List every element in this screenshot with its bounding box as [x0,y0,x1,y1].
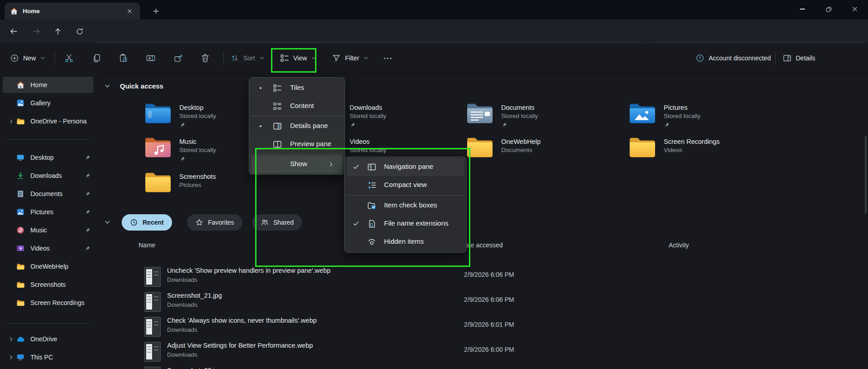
documents-icon [16,190,25,198]
arrow-up-icon [54,27,62,36]
tile-screen-recordings[interactable]: Screen Recordings Videos [629,136,779,159]
sidebar-item-documents[interactable]: Documents [3,186,94,202]
submenu-item-hidden-items[interactable]: Hidden items [347,233,464,251]
recent-section-header[interactable] [104,219,111,226]
up-button[interactable] [50,24,65,39]
refresh-button[interactable] [72,24,87,39]
file-row[interactable]: Screenshot_21.jpg Downloads 2/9/2026 6:0… [138,291,856,315]
submenu-item-item-check-boxes[interactable]: Item check boxes [347,197,464,215]
sidebar-item-onedrive-personal[interactable]: OneDrive - Persona [3,113,94,129]
view-dropdown-menu: Tiles Content Details pane Preview pane … [249,77,345,175]
menu-item-content[interactable]: Content [252,97,342,115]
sidebar-item-home[interactable]: Home [3,77,94,93]
menu-item-show[interactable]: Show [252,155,342,173]
trash-icon [200,53,210,63]
chevron-down-icon[interactable] [104,83,111,89]
sidebar-item-gallery[interactable]: Gallery [3,95,94,111]
explorer-tab-home[interactable]: Home [5,3,140,20]
yellow-folder-icon [144,171,173,194]
tab-favorites[interactable]: Favorites [187,214,242,231]
quick-access-header[interactable]: Quick access [104,82,163,90]
view-button[interactable]: View [278,43,318,73]
file-row[interactable]: Screenshot_20.jpg Downloads [138,366,856,369]
hidden-items-icon [367,237,376,246]
tile-onewebhelp[interactable]: OneWebHelp Documents [466,136,616,159]
minimize-icon [800,9,805,9]
chevron-down-icon [363,55,369,61]
preview-pane-icon [273,140,282,149]
new-button[interactable]: New [8,43,47,73]
chevron-down-icon [40,55,45,61]
tile-documents[interactable]: Documents Stored locally [466,102,616,128]
tab-shared[interactable]: Shared [252,214,302,231]
menu-item-tiles[interactable]: Tiles [252,79,342,97]
plus-circle-icon [10,54,19,63]
close-button[interactable] [842,0,868,18]
sidebar-item-desktop[interactable]: Desktop [3,149,94,166]
details-button[interactable]: Details [781,43,817,73]
chevron-right-icon[interactable] [5,354,16,360]
show-submenu: Navigation pane Compact view Item check … [344,157,467,253]
see-more-button[interactable]: ⋯ [381,43,395,73]
new-tab-button[interactable] [150,5,162,17]
file-row[interactable]: Uncheck 'Show preview handlers in previe… [138,266,856,290]
details-label: Details [796,54,815,62]
cut-button[interactable] [64,43,74,73]
chevron-down-icon[interactable] [104,219,111,226]
pin-icon [84,172,93,179]
sidebar-item-this-pc[interactable]: This PC [3,349,94,365]
share-icon [173,53,183,63]
chevron-right-icon[interactable] [5,118,16,124]
content-icon [273,102,282,111]
sort-arrows-icon [230,54,239,63]
copy-button[interactable] [92,43,102,73]
column-header-name[interactable]: Name [138,241,155,249]
pictures-folder-icon [629,102,657,125]
tab-close-icon[interactable] [124,6,134,16]
file-row[interactable]: Adjust View Settings for Better Performa… [138,341,856,364]
documents-folder-icon [466,102,494,125]
menu-item-preview-pane[interactable]: Preview pane [252,135,342,153]
restore-button[interactable] [815,0,842,18]
submenu-item-file-name-extensions[interactable]: File name extensions [347,215,464,233]
refresh-icon [75,27,84,36]
minimize-button[interactable] [789,0,815,18]
videos-icon [16,244,25,252]
sidebar-item-onewebhelp[interactable]: OneWebHelp [3,258,94,275]
tab-recent[interactable]: Recent [122,214,172,231]
sort-button[interactable]: Sort [228,43,266,73]
people-icon [261,218,269,226]
submenu-item-navigation-pane[interactable]: Navigation pane [347,158,464,176]
file-row[interactable]: Check 'Always show icons, never thumbnai… [138,316,856,339]
pin-icon [84,154,93,161]
column-header-date-accessed[interactable]: Date accessed [461,241,503,249]
sidebar-item-pictures[interactable]: Pictures [3,204,94,220]
paste-button[interactable] [118,43,128,73]
delete-button[interactable] [200,43,210,73]
sidebar-item-music[interactable]: Music [3,222,94,238]
scrollbar[interactable] [865,136,867,213]
pin-icon [84,191,93,197]
file-thumbnail [144,292,161,312]
scissors-icon [64,53,74,63]
close-icon [852,6,858,12]
sidebar-item-screen-recordings[interactable]: Screen Recordings [3,295,94,311]
details-pane-icon [273,122,282,131]
rename-button[interactable] [146,43,156,73]
sidebar-item-videos[interactable]: Videos [3,240,94,256]
back-button[interactable] [6,24,21,39]
menu-item-details-pane[interactable]: Details pane [252,117,342,135]
sidebar-item-onedrive[interactable]: OneDrive [3,331,94,347]
account-status[interactable]: Account disconnected [694,43,773,73]
tile-pictures[interactable]: Pictures Stored locally [629,102,779,128]
navigation-pane-icon [367,162,376,172]
chevron-right-icon[interactable] [5,336,16,342]
folder-icon [16,117,25,126]
filter-button[interactable]: Filter [330,43,370,73]
sidebar-item-downloads[interactable]: Downloads [3,167,94,184]
sidebar-item-screenshots[interactable]: Screenshots [3,276,94,293]
submenu-item-compact-view[interactable]: Compact view [347,176,464,194]
column-header-activity[interactable]: Activity [669,241,689,249]
share-button[interactable] [173,43,183,73]
forward-button[interactable] [29,24,44,39]
